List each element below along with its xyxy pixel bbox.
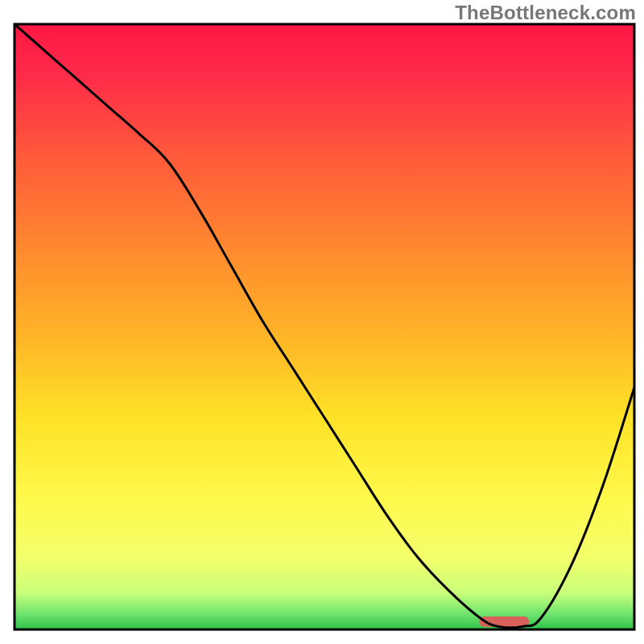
- bottleneck-chart: TheBottleneck.com: [0, 0, 644, 644]
- gradient-background: [14, 24, 634, 630]
- watermark-text: TheBottleneck.com: [455, 2, 636, 24]
- plot-area: [14, 24, 634, 630]
- chart-svg: [0, 0, 644, 644]
